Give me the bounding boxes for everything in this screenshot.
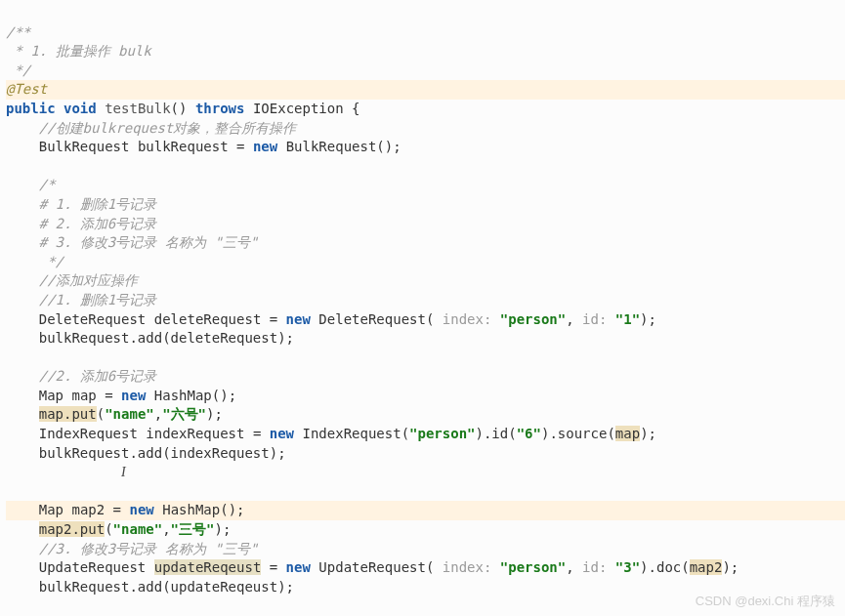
id-bulkrequest: bulkRequest <box>138 139 229 154</box>
stmt-add-update: bulkRequest.add(updateReqeust); <box>39 579 294 595</box>
param-hint-id: id: <box>582 311 615 327</box>
comment: # 1. 删除1号记录 <box>39 196 157 212</box>
type-updaterequest: UpdateRequest <box>39 559 147 575</box>
stmt-add-index: bulkRequest.add(indexRequest); <box>39 445 286 461</box>
kw-public: public <box>6 101 56 116</box>
comment: //创建bulkrequest对象，整合所有操作 <box>39 120 297 136</box>
str-1: "1" <box>615 311 640 327</box>
code-block: /** * 1. 批量操作 bulk */ @Test public void … <box>0 0 845 596</box>
comment: //添加对应操作 <box>39 272 138 288</box>
text-cursor-ibeam-icon: I <box>121 465 126 479</box>
id-indexrequest: indexRequest <box>146 426 244 441</box>
hl-map-put: map.put <box>39 406 97 422</box>
call-bulkrequest: BulkRequest(); <box>286 139 401 154</box>
comment: //1. 删除1号记录 <box>39 292 157 308</box>
comment: /** <box>6 24 30 40</box>
kw-throws: throws <box>195 101 245 116</box>
method-name: testBulk <box>105 101 170 116</box>
type-bulkrequest: BulkRequest <box>39 139 130 154</box>
id-map: map <box>71 388 96 403</box>
comment: */ <box>6 62 30 78</box>
type-ioexception: IOException <box>253 101 344 116</box>
hl-map2-put: map2.put <box>39 521 105 537</box>
type-map: Map <box>39 388 63 403</box>
comment: * 1. 批量操作 bulk <box>6 43 151 59</box>
comment: # 3. 修改3号记录 名称为 "三号" <box>39 234 258 250</box>
comment: /* <box>39 177 56 192</box>
comment: //2. 添加6号记录 <box>39 368 157 384</box>
str-person: "person" <box>500 311 566 327</box>
type-deleterequest: DeleteRequest <box>39 311 147 327</box>
param-hint-index: index: <box>443 311 500 327</box>
stmt-add-delete: bulkRequest.add(deleteRequest); <box>39 330 294 346</box>
comment: //3. 修改3号记录 名称为 "三号" <box>39 541 258 556</box>
comment: */ <box>39 254 63 269</box>
lbrace: { <box>352 101 359 116</box>
id-map2: map2 <box>71 502 105 517</box>
annotation-test: @Test <box>6 81 47 97</box>
type-indexrequest: IndexRequest <box>39 426 138 441</box>
id-updatereqeust: updateReqeust <box>154 559 262 575</box>
comment: # 2. 添加6号记录 <box>39 216 157 231</box>
caret-icon <box>245 503 246 516</box>
kw-new: new <box>253 139 277 154</box>
kw-void: void <box>63 101 97 116</box>
id-deleterequest: deleteRequest <box>154 311 262 327</box>
